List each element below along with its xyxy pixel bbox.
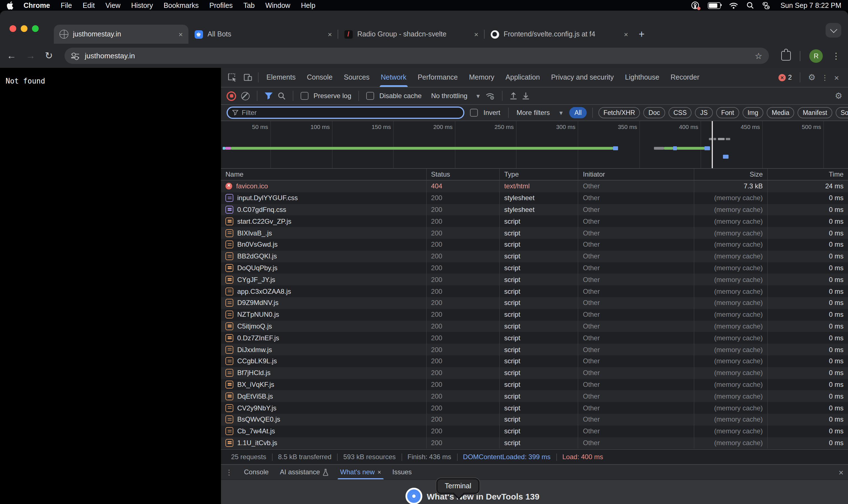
preserve-log-checkbox[interactable] xyxy=(301,92,308,100)
devtools-tab-privacy-and-security[interactable]: Privacy and security xyxy=(545,68,619,87)
menu-item-file[interactable]: File xyxy=(60,1,72,9)
table-row[interactable]: BB2dGQKl.js200scriptOther(memory cache)0… xyxy=(221,251,848,263)
devtools-tab-memory[interactable]: Memory xyxy=(463,68,500,87)
disable-cache-checkbox[interactable] xyxy=(367,92,374,100)
extensions-icon[interactable] xyxy=(781,51,791,60)
column-header-type[interactable]: Type xyxy=(500,169,579,180)
drawer-menu-icon[interactable]: ⋮ xyxy=(226,468,233,476)
vpn-status-icon[interactable] xyxy=(691,1,699,10)
table-row[interactable]: CYgJF_JY.js200scriptOther(memory cache)0… xyxy=(221,274,848,286)
back-button[interactable]: ← xyxy=(7,50,16,61)
menu-item-chrome[interactable]: Chrome xyxy=(23,1,50,9)
url-text[interactable]: justhomestay.in xyxy=(85,52,135,60)
menu-item-bookmarks[interactable]: Bookmarks xyxy=(163,1,198,9)
network-overview-timeline[interactable]: 50 ms100 ms150 ms200 ms250 ms300 ms350 m… xyxy=(221,121,848,169)
devtools-tab-sources[interactable]: Sources xyxy=(338,68,375,87)
menu-item-view[interactable]: View xyxy=(105,1,121,9)
menubar-clock[interactable]: Sun Sep 7 8:22 PM xyxy=(780,1,841,9)
type-filter-css[interactable]: CSS xyxy=(669,107,692,118)
reload-button[interactable]: ↻ xyxy=(45,50,53,62)
table-row[interactable]: favicon.ico404text/htmlOther7.3 kB24 ms xyxy=(221,181,848,192)
network-settings-icon[interactable]: ⚙ xyxy=(835,91,842,101)
table-row[interactable]: DoQUqPby.js200scriptOther(memory cache)0… xyxy=(221,262,848,274)
column-header-initiator[interactable]: Initiator xyxy=(579,169,694,180)
type-filter-doc[interactable]: Doc xyxy=(643,107,665,118)
more-filters-button[interactable]: More filters xyxy=(516,109,550,116)
column-header-size[interactable]: Size xyxy=(694,169,768,180)
column-header-name[interactable]: Name xyxy=(221,169,426,180)
export-har-icon[interactable] xyxy=(523,92,530,100)
table-row[interactable]: 0.C07gdFnq.css200stylesheetOther(memory … xyxy=(221,204,848,216)
table-row[interactable]: C5itjmoQ.js200scriptOther(memory cache)0… xyxy=(221,320,848,332)
table-row[interactable]: DqEtVi5B.js200scriptOther(memory cache)0… xyxy=(221,391,848,402)
type-filter-media[interactable]: Media xyxy=(767,107,794,118)
type-filter-font[interactable]: Font xyxy=(716,107,739,118)
devtools-tab-elements[interactable]: Elements xyxy=(261,68,301,87)
bookmark-star-icon[interactable]: ☆ xyxy=(755,51,762,61)
table-row[interactable]: 0.Dz7ZInEF.js200scriptOther(memory cache… xyxy=(221,332,848,344)
devtools-tab-console[interactable]: Console xyxy=(301,68,338,87)
table-row[interactable]: BsQWvQE0.js200scriptOther(memory cache)0… xyxy=(221,414,848,426)
tab-close-icon[interactable]: × xyxy=(322,30,332,38)
menu-item-history[interactable]: History xyxy=(131,1,153,9)
devtools-tab-lighthouse[interactable]: Lighthouse xyxy=(619,68,665,87)
table-row[interactable]: input.DylYYGUF.css200stylesheetOther(mem… xyxy=(221,192,848,204)
import-har-icon[interactable] xyxy=(510,92,517,100)
browser-tab[interactable]: Frontend/svelte.config.js at f4× xyxy=(484,25,634,44)
close-window-button[interactable] xyxy=(10,25,16,32)
table-row[interactable]: NZTpNUN0.js200scriptOther(memory cache)0… xyxy=(221,309,848,321)
summary-item[interactable]: DOMContentLoaded: 399 ms xyxy=(457,453,556,461)
tab-search-button[interactable] xyxy=(826,23,841,38)
browser-tab[interactable]: justhomestay.in× xyxy=(54,25,189,44)
table-row[interactable]: start.C22Gv_ZP.js200scriptOther(memory c… xyxy=(221,216,848,227)
browser-tab[interactable]: /Radio Group - shadcn-svelte× xyxy=(338,25,484,44)
table-row[interactable]: DiJxxlmw.js200scriptOther(memory cache)0… xyxy=(221,344,848,356)
profile-avatar[interactable]: R xyxy=(810,49,823,62)
battery-icon[interactable] xyxy=(707,2,720,9)
network-conditions-icon[interactable] xyxy=(486,92,495,100)
menu-item-tab[interactable]: Tab xyxy=(243,1,254,9)
drawer-tab-console[interactable]: Console xyxy=(238,465,274,479)
column-header-status[interactable]: Status xyxy=(426,169,500,180)
table-row[interactable]: BX_iVqKF.js200scriptOther(memory cache)0… xyxy=(221,379,848,391)
device-toolbar-icon[interactable] xyxy=(240,70,256,85)
drawer-tab-what-s-new[interactable]: What's new× xyxy=(335,465,387,479)
devtools-close-icon[interactable]: × xyxy=(834,73,839,82)
type-filter-manifest[interactable]: Manifest xyxy=(798,107,832,118)
drawer-tab-ai-assistance[interactable]: AI assistance xyxy=(274,465,335,479)
table-row[interactable]: Cb_7w4At.js200scriptOther(memory cache)0… xyxy=(221,425,848,437)
table-row[interactable]: Bn0VsGwd.js200scriptOther(memory cache)0… xyxy=(221,239,848,251)
site-settings-icon[interactable] xyxy=(71,52,80,59)
maximize-window-button[interactable] xyxy=(32,25,39,32)
menu-item-edit[interactable]: Edit xyxy=(83,1,95,9)
clear-network-log-button[interactable] xyxy=(241,92,250,100)
table-row[interactable]: BIXIvaB_.js200scriptOther(memory cache)0… xyxy=(221,227,848,239)
tab-close-icon[interactable]: × xyxy=(618,30,628,38)
table-row[interactable]: Bf7jHCld.js200scriptOther(memory cache)0… xyxy=(221,367,848,379)
spotlight-search-icon[interactable] xyxy=(746,2,754,9)
type-filter-all[interactable]: All xyxy=(569,107,587,118)
type-filter-js[interactable]: JS xyxy=(695,107,713,118)
control-center-icon[interactable] xyxy=(762,1,770,9)
filter-input[interactable]: Filter xyxy=(227,107,464,119)
drawer-tab-close-icon[interactable]: × xyxy=(377,469,381,475)
drawer-tab-issues[interactable]: Issues xyxy=(387,465,417,479)
forward-button[interactable]: → xyxy=(26,50,35,61)
drawer-close-icon[interactable]: × xyxy=(838,467,844,477)
devtools-tab-application[interactable]: Application xyxy=(500,68,545,87)
tab-close-icon[interactable]: × xyxy=(469,30,478,38)
filter-toggle-icon[interactable] xyxy=(265,92,272,100)
wifi-icon[interactable] xyxy=(729,2,738,9)
menu-item-window[interactable]: Window xyxy=(265,1,290,9)
table-row[interactable]: 1.1U_itCvb.js200scriptOther(memory cache… xyxy=(221,437,848,449)
apple-icon[interactable] xyxy=(7,1,15,9)
devtools-tab-recorder[interactable]: Recorder xyxy=(665,68,705,87)
browser-tab[interactable]: ♚All Bots× xyxy=(189,25,338,44)
devtools-menu-icon[interactable]: ⋮ xyxy=(821,73,828,82)
menu-item-help[interactable]: Help xyxy=(301,1,315,9)
search-icon[interactable] xyxy=(278,92,285,100)
table-row[interactable]: app.C3xOZAA8.js200scriptOther(memory cac… xyxy=(221,285,848,297)
error-badge[interactable]: ×2 xyxy=(778,73,792,81)
invert-checkbox[interactable] xyxy=(470,109,478,116)
table-row[interactable]: D9Z9MdNV.js200scriptOther(memory cache)0… xyxy=(221,297,848,309)
